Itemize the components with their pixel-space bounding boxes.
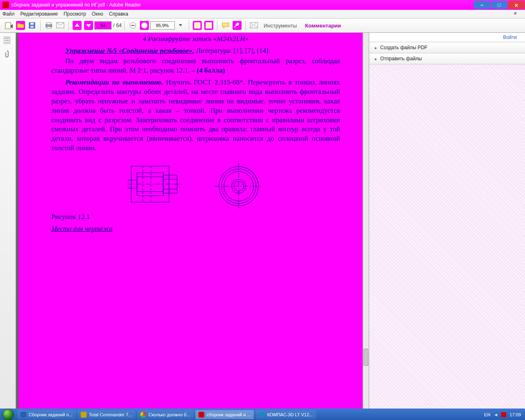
- totalcmd-icon: [81, 412, 87, 418]
- figure-right: [214, 163, 263, 210]
- start-button[interactable]: [0, 409, 16, 420]
- maximize-button[interactable]: □: [491, 1, 507, 9]
- page-down-button[interactable]: [84, 21, 93, 30]
- svg-rect-12: [144, 24, 145, 27]
- task-chrome[interactable]: Сколько должно б...: [137, 410, 194, 419]
- fit-page-button[interactable]: [193, 21, 202, 30]
- task-reader-label: сборник заданий и ...: [207, 412, 251, 417]
- comment-button[interactable]: [221, 21, 230, 30]
- pdf-icon: [199, 412, 204, 418]
- document-viewport[interactable]: 4 Расшифруйте запись «M24x2LH» Упражнени…: [16, 33, 369, 409]
- app-icon: [2, 2, 9, 8]
- task-chrome-label: Сколько должно б...: [148, 412, 190, 417]
- figure-left: [128, 163, 185, 206]
- menu-file[interactable]: Файл: [2, 11, 15, 17]
- page-up-button[interactable]: [73, 21, 82, 30]
- kompas-icon: [259, 412, 265, 418]
- word-icon: [21, 412, 26, 418]
- login-link[interactable]: Войти: [369, 33, 525, 42]
- task-totalcmd-label: Total Commander 7...: [89, 412, 132, 417]
- tools-link[interactable]: Инструменты: [264, 23, 297, 29]
- task-kompas[interactable]: КОМПАС-3D LT V12...: [256, 410, 316, 419]
- comments-link[interactable]: Комментарии: [305, 23, 341, 29]
- toolbar: 54 / 64 95,9% Инструменты Комментарии: [0, 18, 525, 33]
- tray-language[interactable]: EN: [484, 412, 490, 417]
- svg-rect-21: [5, 42, 9, 43]
- task-word-label: Сборник заданий п...: [29, 412, 73, 417]
- tray-app-icon[interactable]: [501, 412, 506, 417]
- menu-window[interactable]: Окно: [92, 11, 103, 17]
- thumbnails-tab[interactable]: [3, 36, 12, 45]
- svg-rect-19: [5, 38, 9, 39]
- zoom-out-button[interactable]: [128, 21, 137, 30]
- minimize-button[interactable]: –: [474, 1, 490, 9]
- figure-group: [51, 163, 340, 210]
- doc-placeholder: Место для чертежа: [51, 224, 340, 234]
- export-pdf-button[interactable]: [5, 21, 14, 30]
- chrome-icon: [140, 412, 146, 418]
- task-word[interactable]: Сборник заданий п...: [17, 410, 76, 419]
- window-title: сборник заданий и упражнений по НГ.pdf -…: [11, 2, 141, 8]
- menu-bar: Файл Редактирование Просмотр Окно Справк…: [0, 10, 525, 18]
- read-mode-button[interactable]: [249, 21, 258, 30]
- task-reader[interactable]: сборник заданий и ...: [195, 410, 254, 419]
- system-tray[interactable]: EN ◄ 17:09: [484, 412, 525, 417]
- svg-rect-0: [5, 23, 11, 29]
- highlight-button[interactable]: [233, 21, 242, 30]
- print-button[interactable]: [44, 21, 53, 30]
- panel-send-files[interactable]: Отправить файлы: [369, 53, 525, 64]
- side-tabs: [0, 33, 16, 409]
- open-button[interactable]: [16, 21, 25, 30]
- svg-rect-2: [30, 23, 34, 25]
- menu-view[interactable]: Просмотр: [64, 11, 86, 17]
- task-totalcmd[interactable]: Total Commander 7...: [78, 410, 135, 419]
- right-panel: Войти Создать файлы PDF Отправить файлы: [369, 33, 525, 409]
- email-button[interactable]: [56, 21, 65, 30]
- vertical-scrollbar[interactable]: [363, 33, 369, 409]
- svg-rect-6: [47, 27, 51, 28]
- menu-help[interactable]: Справка: [109, 11, 128, 17]
- fit-width-button[interactable]: [204, 21, 213, 30]
- pdf-page: 4 Расшифруйте запись «M24x2LH» Упражнени…: [18, 33, 363, 409]
- taskbar: Сборник заданий п... Total Commander 7..…: [0, 409, 525, 420]
- tray-arrow-icon[interactable]: ◄: [494, 412, 498, 417]
- zoom-level[interactable]: 95,9%: [150, 21, 175, 30]
- zoom-dropdown[interactable]: [176, 21, 185, 30]
- doc-line-cut: 4 Расшифруйте запись «M24x2LH»: [51, 34, 340, 44]
- menu-edit[interactable]: Редактирование: [21, 11, 58, 17]
- scrollbar-thumb[interactable]: [363, 349, 368, 366]
- svg-rect-16: [206, 24, 212, 27]
- svg-rect-5: [47, 23, 51, 25]
- doc-paragraph-1: По двум видам резьбового соединения выпо…: [51, 57, 340, 75]
- svg-rect-9: [131, 25, 135, 26]
- doc-paragraph-2: Рекомендации по выполнению. Изучить ГОСТ…: [51, 78, 340, 153]
- page-total: 64: [116, 23, 121, 28]
- tray-clock[interactable]: 17:09: [509, 412, 521, 417]
- doc-exercise-head: Упражнение №5 «Соединение резьбовое». Ли…: [51, 46, 340, 56]
- zoom-in-button[interactable]: [140, 21, 149, 30]
- start-orb-icon: [2, 409, 14, 420]
- svg-rect-3: [30, 26, 34, 28]
- svg-rect-14: [195, 23, 199, 27]
- close-button[interactable]: ×: [508, 1, 525, 9]
- attachments-tab[interactable]: [3, 50, 12, 59]
- page-number-input[interactable]: 54: [94, 21, 112, 30]
- figure-caption: Рисунок 12.1: [51, 212, 340, 222]
- document-close-button[interactable]: ×: [514, 10, 517, 16]
- svg-rect-20: [5, 40, 9, 41]
- work-area: 4 Расшифруйте запись «M24x2LH» Упражнени…: [0, 33, 525, 409]
- task-kompas-label: КОМПАС-3D LT V12...: [267, 412, 313, 417]
- save-button[interactable]: [27, 21, 37, 30]
- panel-create-pdf[interactable]: Создать файлы PDF: [369, 42, 525, 53]
- title-bar: сборник заданий и упражнений по НГ.pdf -…: [0, 0, 525, 10]
- page-separator: /: [113, 23, 114, 28]
- panel-empty-area: [369, 64, 525, 409]
